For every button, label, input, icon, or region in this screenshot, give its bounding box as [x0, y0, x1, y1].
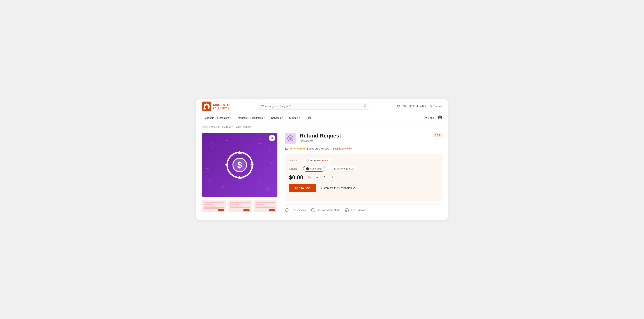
svg-rect-28	[230, 204, 239, 205]
product-header: $ Refund Request for Magento 2 1.0.0	[284, 133, 442, 144]
login-button[interactable]: Login	[424, 116, 434, 119]
chevron-down-icon: ▾	[264, 117, 265, 119]
star-3: ★	[296, 147, 299, 150]
svg-rect-36	[256, 207, 275, 208]
breadcrumb-area: Home / Magento Free Stuff / Refund Reque…	[196, 123, 448, 131]
installation-option[interactable]: Installation $49.00	[303, 158, 332, 163]
logo-magento-label: MAGENTO	[213, 103, 230, 107]
svg-text:$: $	[237, 160, 242, 170]
breadcrumb-home[interactable]: Home	[202, 126, 208, 128]
customize-label: Customize this Extension	[320, 186, 352, 190]
submit-review-link[interactable]: Submit a Review	[333, 147, 352, 150]
svg-rect-33	[256, 202, 275, 203]
product-main-icon: $	[224, 149, 256, 181]
chevron-down-icon: ▾	[230, 117, 232, 119]
money-back-icon	[311, 208, 316, 212]
star-4: ★	[300, 147, 302, 150]
options-row: Options Installation $49.00	[289, 158, 438, 163]
logo-text: MAGENTO EXTENSIONS	[213, 103, 230, 109]
add-to-cart-button[interactable]: Add to Cart	[289, 184, 316, 192]
installation-label: Installation	[310, 159, 321, 162]
thumbnail-placeholder-1	[202, 200, 226, 212]
nav-item-magento1[interactable]: Magento 1 Extensions ▾	[236, 113, 268, 122]
star-rating: ★ ★ ★ ★ ★	[290, 147, 306, 150]
check-icon: ✓	[306, 167, 309, 170]
nav-links: Magento 2 Extensions ▾ Magento 1 Extensi…	[202, 113, 314, 122]
radio-empty-icon	[330, 168, 333, 170]
nav-bar: Magento 2 Extensions ▾ Magento 1 Extensi…	[196, 113, 448, 123]
search-input[interactable]	[258, 103, 369, 110]
share-button[interactable]	[269, 135, 275, 141]
include-row: Include ✓ Community Enterprise $200.00	[289, 166, 438, 172]
svg-rect-37	[269, 209, 275, 211]
svg-line-17	[272, 138, 272, 139]
rating-score: 5.0	[284, 147, 288, 150]
qty-decrease-button[interactable]: −	[314, 174, 320, 180]
cart-icon[interactable]	[438, 116, 442, 120]
svg-rect-27	[230, 202, 250, 203]
installation-price: $49.00	[322, 159, 329, 162]
breadcrumb-separator: /	[232, 126, 233, 128]
include-label: Include	[289, 167, 300, 170]
svg-rect-23	[204, 207, 224, 208]
thumbnail-placeholder-2	[228, 200, 251, 212]
logo-area[interactable]: ME MAGENTO EXTENSIONS	[202, 102, 230, 111]
nav-right: Login	[424, 116, 442, 120]
options-label: Options	[289, 159, 300, 162]
svg-rect-31	[243, 209, 250, 211]
nav-item-services[interactable]: Services ▾	[269, 113, 285, 122]
star-1: ★	[290, 147, 293, 150]
search-bar	[258, 103, 369, 110]
nav-item-magento2[interactable]: Magento 2 Extensions ▾	[202, 113, 234, 122]
main-product-image: $	[202, 133, 278, 197]
community-option[interactable]: ✓ Community	[303, 166, 325, 172]
community-label: Community	[310, 167, 322, 170]
svg-rect-30	[230, 207, 250, 208]
get-support-label: Get Support	[430, 105, 442, 108]
nav-item-blog[interactable]: Blog	[304, 113, 314, 122]
money-back-label: 45 Days Money Back	[318, 209, 340, 211]
thumbnail-2[interactable]	[228, 200, 252, 212]
customize-extension-link[interactable]: Customize this Extension ↗	[320, 186, 355, 190]
free-support-label: Free Support	[352, 209, 365, 211]
product-title: Refund Request	[300, 133, 429, 139]
qty-control: Qty: − 1 +	[308, 174, 336, 180]
page-wrapper: ME MAGENTO EXTENSIONS USD	[196, 100, 448, 220]
svg-text:$: $	[290, 138, 291, 140]
chevron-down-icon: ▾	[282, 117, 283, 119]
thumbnail-1[interactable]	[202, 200, 226, 212]
currency-label: USD	[401, 105, 406, 108]
price-qty-row: $0.00 Qty: − 1 +	[289, 174, 438, 181]
currency-selector[interactable]: USD	[397, 105, 406, 108]
language-selector[interactable]: English (Us)	[409, 105, 426, 108]
radio-dot	[306, 159, 309, 162]
qty-increase-button[interactable]: +	[329, 174, 336, 180]
rating-row: 5.0 ★ ★ ★ ★ ★ Based on 1 reviews - Submi…	[284, 147, 442, 150]
search-button[interactable]	[364, 104, 367, 108]
breadcrumb-current: Refund Request	[234, 126, 251, 128]
thumbnail-3[interactable]	[254, 200, 278, 212]
enterprise-option[interactable]: Enterprise $200.00	[328, 166, 358, 172]
svg-rect-21	[204, 204, 213, 205]
chevron-down-icon: ▾	[299, 117, 300, 119]
svg-text:ME: ME	[204, 108, 206, 110]
thumbnail-row	[202, 200, 278, 212]
external-link-icon: ↗	[353, 186, 355, 190]
qty-label: Qty:	[308, 176, 312, 179]
svg-rect-22	[204, 206, 217, 206]
star-2: ★	[293, 147, 296, 150]
options-section: Options Installation $49.00 Include ✓ Co…	[284, 154, 442, 201]
svg-point-5	[426, 117, 426, 118]
svg-rect-34	[256, 204, 264, 205]
login-label: Login	[428, 116, 434, 119]
support-icon	[345, 208, 350, 212]
enterprise-price: $200.00	[346, 167, 354, 170]
nav-item-support[interactable]: Support ▾	[287, 113, 302, 122]
svg-rect-20	[204, 202, 224, 203]
breadcrumb-middle[interactable]: Magento Free Stuff	[211, 126, 231, 128]
breadcrumb: Home / Magento Free Stuff / Refund Reque…	[202, 126, 442, 128]
get-support-link[interactable]: Get Support	[430, 105, 442, 108]
logo-extensions-label: EXTENSIONS	[213, 107, 230, 109]
breadcrumb-separator: /	[209, 126, 210, 128]
svg-rect-35	[256, 206, 268, 206]
